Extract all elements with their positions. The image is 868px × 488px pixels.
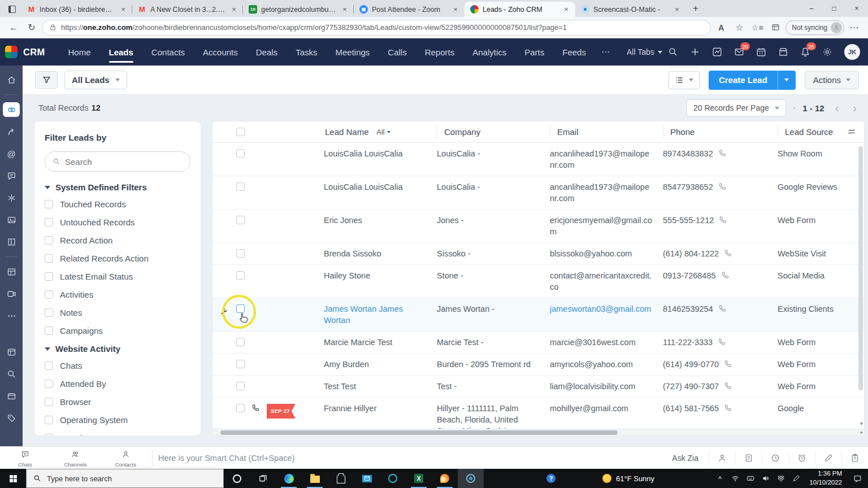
row-checkbox[interactable] (236, 304, 245, 313)
lead-name-cell[interactable]: Brenda Sissoko (324, 248, 437, 259)
taskbar-search-box[interactable]: Type here to search (26, 469, 224, 488)
taskbar-clock[interactable]: 1:36 PM 10/10/2022 (804, 469, 847, 487)
edge-taskbar-icon[interactable] (276, 469, 302, 488)
tray-chevron-up-icon[interactable]: ^ (712, 474, 727, 483)
email-cell[interactable]: blsissoko@yahoo.com (550, 248, 663, 259)
table-row[interactable]: Amy BurdenBurden - 2095 Tremont rdamynco… (212, 354, 864, 376)
activity-icon[interactable] (712, 47, 722, 57)
weather-widget[interactable]: 61°F Sunny (596, 474, 661, 483)
browser-menu-icon[interactable]: ⋯ (847, 20, 862, 36)
lead-name-cell[interactable]: Marcie Marcie Test (324, 337, 437, 348)
nav-item-meetings[interactable]: Meetings (327, 38, 378, 66)
marketplace-icon[interactable] (778, 47, 788, 57)
column-header-company[interactable]: Company (437, 125, 550, 139)
alexa-icon[interactable] (380, 469, 406, 488)
nav-more-icon[interactable]: ⋯ (594, 47, 618, 57)
lead-name-cell[interactable]: Test Test (324, 381, 437, 392)
lead-name-cell[interactable]: Amy Burden (324, 359, 437, 370)
create-lead-button[interactable]: Create Lead (709, 71, 796, 90)
table-row[interactable]: Marcie Marcie TestMarcie Test -marcie@30… (212, 332, 864, 354)
browser-tab[interactable]: MA New Closet in 3...2...1... -× (132, 2, 243, 17)
dock-item-forms[interactable] (3, 264, 20, 279)
close-window-button[interactable]: × (845, 0, 868, 17)
table-row[interactable]: Brenda SissokoSissoko -blsissoko@yahoo.c… (212, 243, 864, 265)
mail-app-icon[interactable] (354, 469, 380, 488)
lead-name-cell[interactable]: LouisCalia LouisCalia (324, 181, 437, 204)
filter-section-header[interactable]: Website Activity (45, 344, 190, 354)
lead-name-filter-dropdown[interactable]: All (377, 128, 391, 136)
browser-tab[interactable]: ▣Post Attendee - Zoom× (354, 2, 465, 17)
email-cell[interactable]: amyncols@yahoo.com (550, 359, 663, 370)
lead-name-cell[interactable]: Hailey Stone (324, 270, 437, 293)
alarm-icon[interactable] (788, 451, 815, 465)
tab-close-icon[interactable]: × (562, 5, 571, 14)
manage-columns-icon[interactable] (847, 128, 856, 137)
tab-close-icon[interactable]: × (119, 5, 128, 14)
table-row[interactable]: LouisCalia LouisCaliaLouisCalia -ancanli… (212, 143, 864, 176)
nav-item-analytics[interactable]: Analytics (464, 38, 515, 66)
quick-create-icon[interactable] (690, 47, 700, 57)
nav-item-reports[interactable]: Reports (416, 38, 463, 66)
favorites-bar-icon[interactable]: ☆≡ (749, 20, 765, 36)
filter-checkbox[interactable] (45, 380, 53, 388)
zia-signature-icon[interactable] (815, 451, 841, 465)
filter-checkbox[interactable] (45, 290, 53, 299)
browser-tab[interactable]: 10getorganizedcolumbus.com× (243, 2, 354, 17)
collections-icon[interactable] (767, 20, 783, 36)
dock-item-search[interactable] (3, 367, 20, 381)
read-aloud-icon[interactable]: A (713, 20, 729, 36)
email-cell[interactable]: jameswortan03@gmail.com (550, 303, 663, 326)
column-header-lead-name[interactable]: Lead Name All (324, 125, 437, 139)
lead-name-cell[interactable]: James Wortan James Wortan (324, 303, 437, 326)
nav-item-calls[interactable]: Calls (379, 38, 415, 66)
url-input[interactable]: https://one.zoho.com/zohoone/birdiebrenn… (42, 20, 711, 36)
user-avatar[interactable]: JK (844, 44, 860, 60)
row-checkbox[interactable] (236, 338, 245, 346)
filter-section-header[interactable]: System Defined Filters (45, 182, 190, 192)
email-cell[interactable]: liam@localvisibility.com (550, 381, 663, 392)
history-icon[interactable] (762, 451, 788, 465)
table-row[interactable]: LouisCalia LouisCaliaLouisCalia -ancanli… (212, 176, 864, 210)
horizontal-scroll-thumb[interactable] (220, 430, 618, 435)
zia-person-icon[interactable] (709, 451, 735, 465)
nav-item-leads[interactable]: Leads (101, 38, 142, 66)
wifi-icon[interactable] (727, 474, 743, 482)
records-per-page-dropdown[interactable]: 20 Records Per Page (687, 99, 786, 116)
calendar-icon[interactable] (756, 47, 766, 57)
row-checkbox[interactable] (236, 404, 245, 412)
email-cell[interactable]: contact@americantaxcredit.co (550, 270, 663, 293)
list-view-dropdown[interactable] (669, 71, 700, 89)
task-view-icon[interactable] (250, 469, 276, 488)
filter-checkbox[interactable] (45, 254, 53, 263)
notifications-bell-icon[interactable]: 25 (800, 47, 810, 57)
nav-item-accounts[interactable]: Accounts (194, 38, 246, 66)
tab-close-icon[interactable]: × (340, 5, 349, 14)
quick-edit-wrench-icon[interactable] (220, 307, 228, 315)
nav-item-contacts[interactable]: Contacts (143, 38, 193, 66)
pen-icon[interactable] (788, 474, 804, 482)
filter-checkbox[interactable] (45, 272, 53, 281)
filter-checkbox[interactable] (45, 326, 53, 335)
row-checkbox[interactable] (236, 249, 245, 258)
row-checkbox[interactable] (236, 149, 245, 158)
start-button[interactable] (0, 469, 26, 488)
browser-profile-button[interactable]: Not syncing (785, 20, 844, 35)
table-horizontal-scrollbar[interactable]: ▸ (212, 429, 864, 435)
all-tabs-dropdown[interactable]: All Tabs (627, 47, 662, 56)
table-row[interactable]: Test TestTest -liam@localvisibility.com(… (212, 376, 864, 398)
filter-checkbox[interactable] (45, 236, 53, 245)
screencast-o-matic-taskbar-icon[interactable] (458, 469, 484, 488)
browser-tab[interactable]: Leads - Zoho CRM× (465, 2, 575, 17)
filter-checkbox[interactable] (45, 200, 53, 208)
filter-checkbox[interactable] (45, 218, 53, 226)
maximize-button[interactable]: □ (823, 0, 845, 17)
email-cell[interactable]: ancanlihead1973@mailopenr.com (550, 148, 663, 171)
scroll-down-icon[interactable]: ▾ (860, 420, 863, 426)
dock-item-projects[interactable] (3, 190, 20, 205)
filter-search-box[interactable] (45, 151, 190, 172)
excel-icon[interactable]: X (406, 469, 432, 488)
actions-dropdown[interactable]: Actions (805, 71, 859, 89)
dock-item-more[interactable] (3, 308, 20, 323)
document-icon[interactable] (735, 451, 762, 465)
dock-item-crm[interactable] (3, 102, 20, 117)
